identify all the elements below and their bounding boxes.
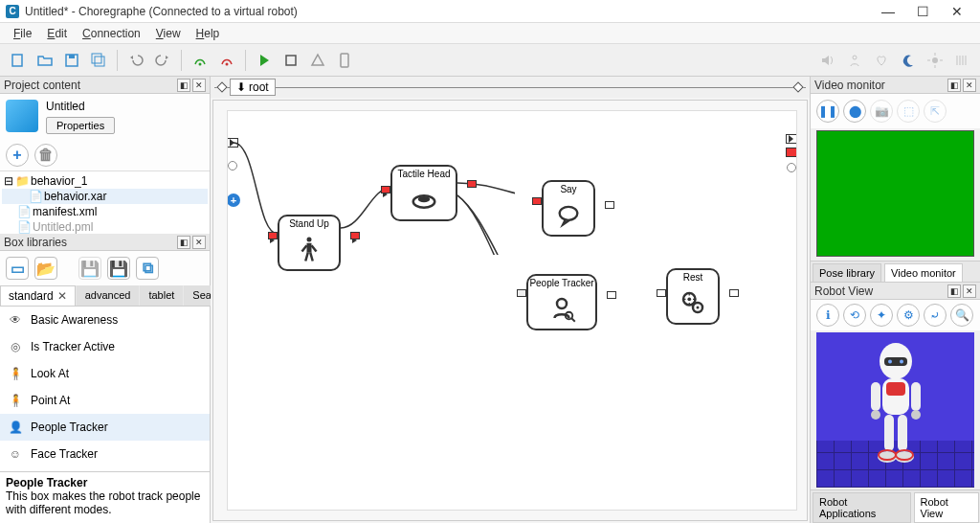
tab-robot-applications[interactable]: Robot Applications (813, 492, 911, 523)
breadcrumb-root[interactable]: ⬇root (230, 79, 276, 96)
reset-view-button[interactable]: ⤾ (924, 304, 947, 327)
video-export-button[interactable]: ⇱ (924, 100, 947, 123)
boxlib-save-button[interactable]: 💾 (78, 257, 101, 280)
save-all-button[interactable] (86, 48, 111, 73)
menu-view[interactable]: View (148, 24, 189, 43)
boxlib-tab-advanced[interactable]: advanced (77, 285, 140, 306)
life-button[interactable] (842, 48, 867, 73)
stop-port[interactable] (381, 186, 390, 193)
debug-button[interactable] (305, 48, 330, 73)
volume-button[interactable] (815, 48, 840, 73)
panel-close-button[interactable]: ✕ (963, 79, 976, 92)
param-port[interactable] (517, 289, 526, 297)
stop-button[interactable] (278, 48, 303, 73)
settings-button[interactable]: ⚙ (897, 304, 920, 327)
boxlib-new-button[interactable]: ▭ (6, 257, 29, 280)
flow-node-rest[interactable]: Rest (666, 268, 720, 325)
boxlib-tab-tablet[interactable]: tablet (140, 285, 183, 306)
canvas-error-port[interactable] (786, 148, 797, 157)
flow-node-standup[interactable]: Stand Up (278, 215, 341, 271)
canvas-port[interactable] (228, 161, 237, 171)
tab-robot-view[interactable]: Robot View (914, 492, 979, 523)
tree-file-row[interactable]: 📄manifest.xml (2, 204, 208, 219)
error-port[interactable] (467, 180, 477, 188)
panel-float-button[interactable]: ◧ (947, 284, 961, 298)
connect-button[interactable] (188, 48, 212, 73)
menu-edit[interactable]: Edit (39, 24, 75, 43)
disconnect-button[interactable] (214, 48, 239, 73)
stop-port[interactable] (532, 197, 542, 205)
tab-pose-library[interactable]: Pose library (813, 263, 881, 282)
tree-file-row[interactable]: 📄Untitled.pml (2, 219, 208, 234)
tree-file-row[interactable]: 📄behavior.xar (2, 189, 208, 204)
box-item[interactable]: 🧍Point At (0, 387, 210, 414)
window-minimize-button[interactable]: — (871, 1, 905, 22)
box-item[interactable]: ◎Is Tracker Active (0, 333, 210, 360)
box-item[interactable]: 🧍Look At (0, 360, 210, 387)
heart-button[interactable] (869, 48, 894, 73)
box-item[interactable]: ☺Face Tracker (0, 441, 210, 467)
boxlib-saveall-button[interactable]: ⧉ (136, 257, 159, 280)
undo-button[interactable] (123, 48, 148, 73)
save-project-button[interactable] (59, 48, 84, 73)
output-port[interactable] (729, 289, 739, 297)
boxlib-open-button[interactable]: 📂 (34, 257, 57, 280)
flow-node-tactile-head[interactable]: Tactile Head (390, 165, 457, 221)
panel-float-button[interactable]: ◧ (177, 236, 190, 249)
close-tab-icon[interactable]: ✕ (57, 289, 67, 303)
properties-button[interactable]: Properties (46, 117, 115, 134)
new-project-button[interactable] (6, 48, 31, 73)
menu-file[interactable]: File (6, 24, 39, 43)
video-record-button[interactable]: ⬤ (843, 100, 866, 123)
video-pause-button[interactable]: ❚❚ (816, 100, 839, 123)
canvas-onstart-port[interactable] (227, 138, 238, 148)
panel-close-button[interactable]: ✕ (192, 236, 206, 249)
panel-close-button[interactable]: ✕ (963, 284, 976, 298)
zoom-button[interactable]: 🔍 (950, 304, 973, 327)
play-button[interactable] (252, 48, 277, 73)
device-button[interactable] (332, 48, 357, 73)
axis-button[interactable]: ✦ (870, 304, 893, 327)
redo-button[interactable] (150, 48, 175, 73)
point-at-icon: 🧍 (6, 391, 25, 410)
add-behavior-button[interactable]: + (6, 144, 29, 167)
wake-button[interactable] (923, 48, 947, 73)
panel-float-button[interactable]: ◧ (947, 79, 961, 92)
svg-line-23 (305, 253, 308, 262)
stop-port[interactable] (268, 232, 278, 239)
robot-3d-view[interactable] (816, 332, 974, 488)
box-item[interactable]: 👁Basic Awareness (0, 307, 210, 333)
video-snapshot-button[interactable]: 📷 (870, 100, 893, 123)
canvas-add-input-button[interactable]: + (227, 193, 240, 207)
box-item[interactable]: 👤People Tracker (0, 414, 210, 441)
battery-button[interactable] (949, 48, 974, 73)
rotate-button[interactable]: ⟲ (843, 304, 866, 327)
video-learn-button[interactable]: ⬚ (897, 100, 920, 123)
output-port[interactable] (605, 201, 614, 209)
open-project-button[interactable] (33, 48, 57, 73)
project-content-title: Project content (4, 79, 175, 92)
panel-close-button[interactable]: ✕ (192, 79, 206, 92)
window-close-button[interactable]: ✕ (940, 1, 974, 22)
flow-canvas[interactable]: + Stand Up (227, 110, 797, 511)
window-maximize-button[interactable]: ☐ (905, 1, 940, 22)
menu-help[interactable]: Help (189, 24, 228, 43)
boxlib-tab-standard[interactable]: standard✕ (0, 285, 76, 306)
input-port[interactable] (657, 289, 666, 297)
flow-node-people-tracker[interactable]: People Tracker (526, 274, 597, 330)
menu-connection[interactable]: Connection (75, 24, 148, 43)
canvas-onstopped-port[interactable] (786, 134, 797, 144)
rest-button[interactable] (896, 48, 921, 73)
tab-video-monitor[interactable]: Video monitor (884, 263, 963, 282)
tree-folder-row[interactable]: ⊟📁behavior_1 (2, 173, 208, 189)
canvas-port[interactable] (787, 163, 796, 172)
flow-node-say[interactable]: Say (542, 180, 595, 237)
box-list[interactable]: 👁Basic Awareness ◎Is Tracker Active 🧍Loo… (0, 307, 210, 471)
boxlib-saveas-button[interactable]: 💾 (107, 257, 130, 280)
delete-button[interactable]: 🗑 (34, 144, 57, 167)
output-port[interactable] (607, 291, 616, 299)
info-button[interactable]: ℹ (816, 304, 839, 327)
panel-float-button[interactable]: ◧ (177, 79, 190, 92)
project-tree[interactable]: ⊟📁behavior_1 📄behavior.xar 📄manifest.xml… (0, 171, 210, 234)
error-port[interactable] (350, 232, 360, 239)
